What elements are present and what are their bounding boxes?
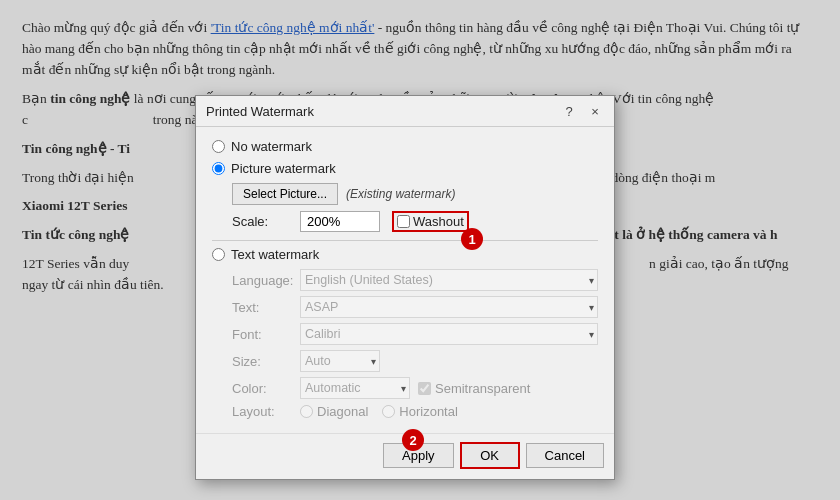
picture-watermark-label[interactable]: Picture watermark — [231, 161, 336, 176]
no-watermark-radio[interactable] — [212, 140, 225, 153]
ok-button[interactable]: OK — [460, 442, 520, 469]
language-label: Language: — [232, 273, 300, 288]
horizontal-radio[interactable] — [382, 405, 395, 418]
diagonal-radio[interactable] — [300, 405, 313, 418]
horizontal-label: Horizontal — [399, 404, 458, 419]
section-divider — [212, 240, 598, 241]
scale-input[interactable] — [300, 211, 380, 232]
text-select-wrapper[interactable]: ASAP — [300, 296, 598, 318]
text-select[interactable]: ASAP — [300, 296, 598, 318]
no-watermark-row: No watermark — [212, 139, 598, 154]
text-watermark-label[interactable]: Text watermark — [231, 247, 319, 262]
scale-row: Scale: Washout — [232, 211, 598, 232]
size-label: Size: — [232, 354, 300, 369]
semitransparent-wrapper: Semitransparent — [418, 381, 530, 396]
color-select[interactable]: Automatic — [300, 377, 410, 399]
color-select-wrapper[interactable]: Automatic — [300, 377, 410, 399]
color-row: Color: Automatic Semitransparent — [232, 377, 598, 399]
font-row: Font: Calibri — [232, 323, 598, 345]
language-select[interactable]: English (United States) — [300, 269, 598, 291]
select-picture-button[interactable]: Select Picture... — [232, 183, 338, 205]
dialog-button-row: Apply OK Cancel — [196, 433, 614, 479]
existing-watermark-label: (Existing watermark) — [346, 187, 455, 201]
size-select[interactable]: Auto — [300, 350, 380, 372]
text-watermark-row: Text watermark — [212, 247, 598, 262]
washout-checkbox[interactable] — [397, 215, 410, 228]
horizontal-option: Horizontal — [382, 404, 458, 419]
dialog-body: No watermark Picture watermark Select Pi… — [196, 127, 614, 433]
size-select-wrapper[interactable]: Auto — [300, 350, 380, 372]
printed-watermark-dialog: Printed Watermark ? × No watermark Pictu… — [195, 95, 615, 480]
picture-watermark-radio[interactable] — [212, 162, 225, 175]
cancel-button[interactable]: Cancel — [526, 443, 604, 468]
washout-label[interactable]: Washout — [413, 214, 464, 229]
titlebar-controls: ? × — [560, 102, 604, 120]
text-watermark-section: Language: English (United States) Text: … — [212, 269, 598, 419]
text-label: Text: — [232, 300, 300, 315]
diagonal-option: Diagonal — [300, 404, 368, 419]
size-row: Size: Auto — [232, 350, 598, 372]
language-select-wrapper[interactable]: English (United States) — [300, 269, 598, 291]
picture-watermark-row: Picture watermark — [212, 161, 598, 176]
washout-container: Washout — [392, 211, 469, 232]
select-picture-row: Select Picture... (Existing watermark) — [232, 183, 598, 205]
language-row: Language: English (United States) — [232, 269, 598, 291]
help-button[interactable]: ? — [560, 102, 578, 120]
apply-button[interactable]: Apply — [383, 443, 454, 468]
layout-label: Layout: — [232, 404, 300, 419]
no-watermark-label[interactable]: No watermark — [231, 139, 312, 154]
semitransparent-checkbox[interactable] — [418, 382, 431, 395]
dialog-title: Printed Watermark — [206, 104, 314, 119]
close-button[interactable]: × — [586, 102, 604, 120]
font-select[interactable]: Calibri — [300, 323, 598, 345]
font-select-wrapper[interactable]: Calibri — [300, 323, 598, 345]
color-label: Color: — [232, 381, 300, 396]
dialog-titlebar: Printed Watermark ? × — [196, 96, 614, 127]
text-row: Text: ASAP — [232, 296, 598, 318]
picture-section: Select Picture... (Existing watermark) S… — [212, 183, 598, 232]
text-watermark-radio[interactable] — [212, 248, 225, 261]
semitransparent-label: Semitransparent — [435, 381, 530, 396]
font-label: Font: — [232, 327, 300, 342]
diagonal-label: Diagonal — [317, 404, 368, 419]
scale-label: Scale: — [232, 214, 300, 229]
layout-row: Layout: Diagonal Horizontal — [232, 404, 598, 419]
